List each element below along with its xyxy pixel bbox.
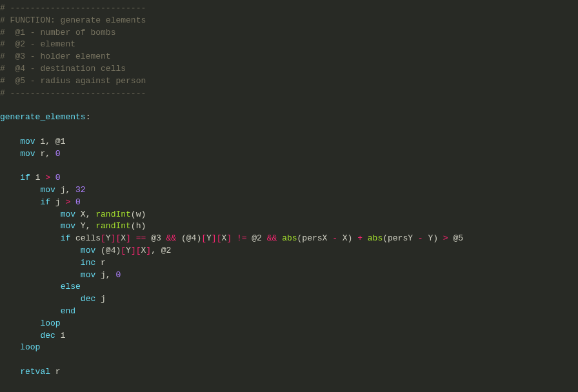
code-token: - <box>418 233 423 243</box>
code-token: Y) <box>423 233 443 243</box>
code-token: i <box>55 331 66 340</box>
code-token <box>131 233 136 243</box>
code-token: X <box>121 233 126 243</box>
code-token: (w) <box>131 210 146 219</box>
code-token <box>0 367 20 377</box>
code-token: : <box>86 112 91 122</box>
code-token: ] <box>212 233 217 243</box>
code-token: [ <box>136 246 141 255</box>
code-token: [ <box>201 233 206 243</box>
code-token: # --------------------------- <box>0 3 146 13</box>
code-token: # @5 - radius against person <box>0 76 146 86</box>
code-token: @3 <box>146 233 166 243</box>
code-token: mov <box>61 210 75 219</box>
code-token <box>0 197 40 207</box>
code-token: abs <box>282 233 297 243</box>
code-token: > <box>45 173 50 182</box>
code-token: # @2 - element <box>0 39 75 49</box>
code-token: (@4) <box>176 233 201 243</box>
code-token <box>277 233 282 243</box>
code-token: j <box>50 197 65 207</box>
code-token <box>0 210 61 219</box>
code-token: randInt <box>95 221 131 231</box>
code-token <box>0 185 40 195</box>
code-token: Y <box>206 233 212 243</box>
code-token <box>0 137 20 146</box>
code-token: , @2 <box>151 246 171 255</box>
code-token: if <box>40 197 50 207</box>
code-token: > <box>443 233 448 243</box>
code-token <box>0 282 61 291</box>
code-token: (persX <box>297 233 333 243</box>
code-token <box>0 294 81 304</box>
code-token: j, <box>95 270 115 280</box>
code-token: j, <box>55 185 75 195</box>
code-token: # @4 - destination cells <box>0 64 126 74</box>
code-token: # @3 - holder element <box>0 52 111 61</box>
code-token: Y <box>106 233 111 243</box>
code-token: + <box>357 233 363 243</box>
code-token: mov <box>40 185 55 195</box>
code-token: == <box>136 233 146 243</box>
code-token: (persY <box>383 233 418 243</box>
code-token: cells <box>70 233 101 243</box>
code-token: r <box>50 367 61 377</box>
code-token <box>363 233 368 243</box>
code-token: mov <box>61 221 75 231</box>
code-token <box>0 270 81 280</box>
code-token: retval <box>20 367 50 377</box>
code-token: ] <box>146 246 151 255</box>
code-token: j <box>95 294 106 304</box>
code-token: mov <box>81 246 95 255</box>
code-token <box>0 331 40 340</box>
code-token: loop <box>20 342 40 352</box>
code-token: X, <box>75 210 95 219</box>
code-token: mov <box>20 149 35 159</box>
code-token: @5 <box>448 233 463 243</box>
code-token <box>70 197 75 207</box>
code-token <box>0 221 61 231</box>
code-token: 32 <box>75 185 86 195</box>
code-token: (h) <box>131 221 146 231</box>
code-token: ] <box>226 233 232 243</box>
code-token: generate_elements <box>0 112 86 122</box>
code-token <box>0 258 81 268</box>
code-token: mov <box>81 270 95 280</box>
code-token: i <box>30 173 45 182</box>
code-token <box>232 233 237 243</box>
code-token: ] <box>131 246 136 255</box>
code-token <box>0 246 81 255</box>
code-token: r <box>95 258 106 268</box>
code-token <box>0 318 40 328</box>
code-token <box>0 173 20 182</box>
code-token <box>0 342 20 352</box>
code-token: X) <box>337 233 357 243</box>
code-token: Y, <box>75 221 95 231</box>
code-token: - <box>332 233 337 243</box>
code-token: else <box>61 282 81 291</box>
code-token: if <box>20 173 30 182</box>
code-token: abs <box>368 233 383 243</box>
code-block: # --------------------------- # FUNCTION… <box>0 0 578 378</box>
code-token: inc <box>81 258 95 268</box>
code-token: != <box>237 233 247 243</box>
code-token: # @1 - number of bombs <box>0 28 115 37</box>
code-token: # --------------------------- <box>0 88 146 98</box>
code-token: 0 <box>75 197 81 207</box>
code-token: 0 <box>115 270 121 280</box>
code-token: i, @1 <box>35 137 66 146</box>
code-token <box>0 233 61 243</box>
code-token: [ <box>101 233 106 243</box>
code-token <box>0 149 20 159</box>
code-token: (@4) <box>95 246 121 255</box>
code-token: randInt <box>95 210 131 219</box>
code-token: [ <box>121 246 126 255</box>
code-token: ] <box>126 233 131 243</box>
code-token: && <box>267 233 277 243</box>
code-token: if <box>61 233 71 243</box>
code-token: && <box>166 233 177 243</box>
code-token: 0 <box>55 149 61 159</box>
code-token: mov <box>20 137 35 146</box>
code-token: @2 <box>246 233 266 243</box>
code-token: # FUNCTION: generate elements <box>0 15 146 25</box>
